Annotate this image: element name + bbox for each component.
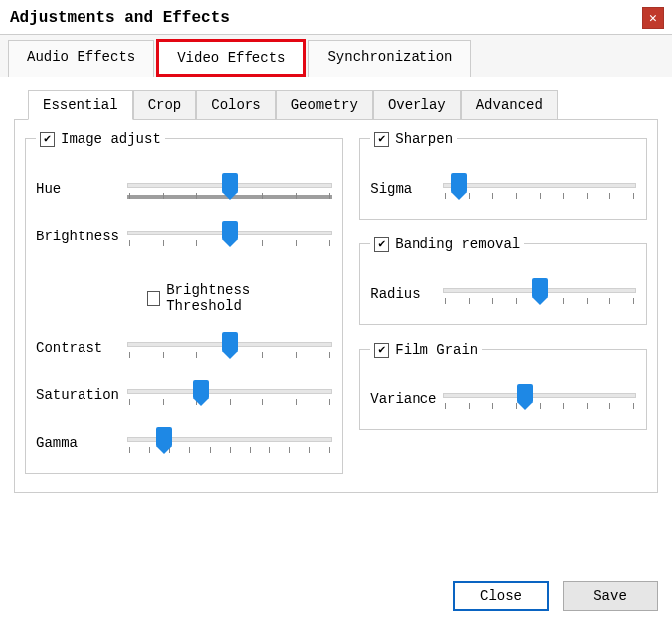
checkbox-sharpen[interactable]: ✔ xyxy=(374,132,389,147)
checkbox-brightness-threshold[interactable] xyxy=(147,291,160,306)
main-tabbar: Audio Effects Video Effects Synchronizat… xyxy=(0,34,672,77)
group-image-adjust: ✔ Image adjust Hue Brightness xyxy=(25,130,343,474)
label-saturation: Saturation xyxy=(36,387,127,403)
group-sharpen: ✔ Sharpen Sigma xyxy=(359,130,647,220)
slider-radius[interactable] xyxy=(443,280,636,308)
slider-sigma[interactable] xyxy=(443,175,636,203)
tab-advanced[interactable]: Advanced xyxy=(461,90,558,120)
slider-contrast[interactable] xyxy=(127,334,332,362)
label-film-grain: Film Grain xyxy=(395,342,478,358)
tab-video-effects[interactable]: Video Effects xyxy=(156,39,306,77)
label-sharpen: Sharpen xyxy=(395,131,453,147)
sub-tabbar: Essential Crop Colors Geometry Overlay A… xyxy=(28,89,658,119)
slider-brightness[interactable] xyxy=(127,223,332,250)
slider-gamma[interactable] xyxy=(127,429,332,457)
tab-audio-effects[interactable]: Audio Effects xyxy=(8,40,154,77)
window-title: Adjustments and Effects xyxy=(10,9,230,27)
slider-saturation[interactable] xyxy=(127,382,332,409)
save-button[interactable]: Save xyxy=(563,581,658,611)
label-sigma: Sigma xyxy=(370,181,443,197)
tab-geometry[interactable]: Geometry xyxy=(276,90,373,120)
slider-variance[interactable] xyxy=(443,386,636,413)
tab-crop[interactable]: Crop xyxy=(133,90,197,120)
group-film-grain: ✔ Film Grain Variance xyxy=(359,341,647,430)
tab-overlay[interactable]: Overlay xyxy=(373,90,461,120)
tab-essential[interactable]: Essential xyxy=(28,90,133,120)
label-brightness-threshold: Brightness Threshold xyxy=(166,282,310,314)
checkbox-image-adjust[interactable]: ✔ xyxy=(40,132,55,147)
label-banding-removal: Banding removal xyxy=(395,236,520,252)
label-hue: Hue xyxy=(36,181,127,197)
close-icon[interactable]: ✕ xyxy=(642,7,664,29)
close-button[interactable]: Close xyxy=(453,581,549,611)
label-image-adjust: Image adjust xyxy=(61,131,161,147)
checkbox-film-grain[interactable]: ✔ xyxy=(374,343,389,358)
slider-hue[interactable] xyxy=(127,175,332,203)
label-brightness: Brightness xyxy=(36,229,127,244)
label-radius: Radius xyxy=(370,286,443,302)
checkbox-banding-removal[interactable]: ✔ xyxy=(374,237,389,252)
label-gamma: Gamma xyxy=(36,435,127,451)
label-variance: Variance xyxy=(370,391,443,407)
label-contrast: Contrast xyxy=(36,340,127,356)
group-banding-removal: ✔ Banding removal Radius xyxy=(359,235,647,325)
tab-colors[interactable]: Colors xyxy=(196,90,275,120)
tab-synchronization[interactable]: Synchronization xyxy=(308,40,471,77)
